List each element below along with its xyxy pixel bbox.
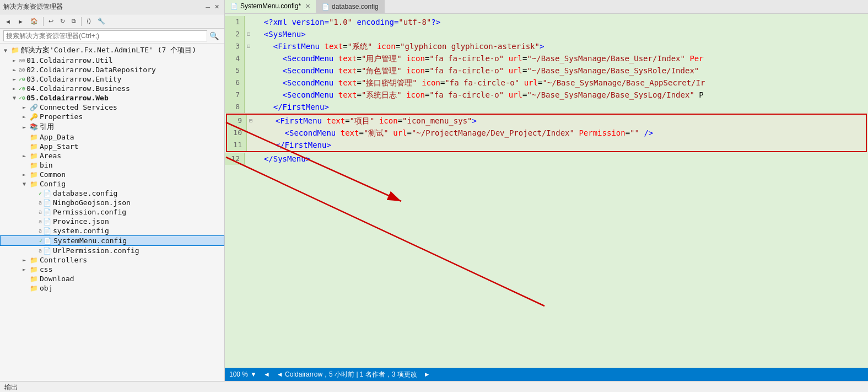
sidebar-header: 解决方案资源管理器 ─ ✕	[0, 0, 224, 14]
tree-item-urlpermission[interactable]: a 📄 UrlPermission.config	[0, 246, 224, 255]
tree-item-appstart[interactable]: 📁 App_Start	[0, 142, 224, 151]
tree-item-connected-services[interactable]: ► 🔗 Connected Services	[0, 103, 224, 112]
zoom-dropdown-icon[interactable]: ▼	[250, 370, 257, 378]
undo-btn[interactable]: ↩	[46, 16, 56, 26]
expand-connected[interactable]: ►	[20, 104, 29, 110]
expand-proj5[interactable]: ▼	[10, 95, 19, 101]
expand-areas[interactable]: ►	[20, 153, 29, 159]
tree-item-database-config[interactable]: ✓ 📄 database.config	[0, 189, 224, 198]
tree-item-systemmenu-config[interactable]: ✓ 📄 SystemMenu.config	[0, 235, 224, 246]
search-bar: 🔍	[0, 29, 224, 44]
separator1	[43, 17, 44, 26]
urlpermission-icon: 📄	[42, 247, 52, 255]
tree-item-config[interactable]: ▼ 📁 Config	[0, 179, 224, 189]
line-collapse-9[interactable]: ⊟	[247, 115, 255, 127]
line-num-12: 12	[225, 153, 245, 165]
tab-systemmenu-close[interactable]: ✕	[305, 3, 310, 10]
line-content-4: <SecondMenu text="用户管理" icon="fa fa-circ…	[252, 52, 868, 65]
tree-item-references[interactable]: ► 📚 引用	[0, 121, 224, 132]
zoom-control[interactable]: 100 % ▼	[229, 370, 257, 378]
tree-item-common[interactable]: ► 📁 Common	[0, 170, 224, 179]
scroll-right[interactable]: ►	[424, 370, 430, 378]
tree-item-proj4[interactable]: ► ✓⚙ 04.Coldairarrow.Business	[0, 84, 224, 93]
tree-item-css[interactable]: ► 📁 css	[0, 265, 224, 274]
sidebar-toolbar: ◄ ► 🏠 ↩ ↻ ⧉ ⟨⟩ 🔧	[0, 14, 224, 29]
solution-icon: 📁	[10, 46, 20, 54]
tree-item-system-config[interactable]: a 📄 system.config	[0, 226, 224, 235]
properties-btn[interactable]: 🏠	[28, 16, 41, 26]
status-bar: 100 % ▼ ◄ ◄ Coldairarrow，5 小时前 | 1 名作者，3…	[225, 368, 868, 381]
province-icon: 📄	[42, 218, 52, 225]
search-button[interactable]: 🔍	[207, 30, 221, 41]
expand-references[interactable]: ►	[20, 124, 29, 130]
tree-item-proj2[interactable]: ► a⚙ 02.Coldairarrow.DataRepository	[0, 65, 224, 74]
tab-database-label: database.config	[332, 3, 379, 10]
tree-item-obj[interactable]: 📁 obj	[0, 283, 224, 293]
code-line-11: 11 </FirstMenu>	[227, 139, 866, 151]
tree-item-appdata[interactable]: 📁 App_Data	[0, 132, 224, 142]
tab-bar: 📄 SystemMenu.config* ✕ 📄 database.config	[225, 0, 868, 14]
tree-item-areas[interactable]: ► 📁 Areas	[0, 151, 224, 160]
separator2	[81, 17, 82, 26]
search-input[interactable]	[3, 30, 207, 41]
expand-controllers[interactable]: ►	[20, 257, 29, 263]
forward-btn[interactable]: ►	[15, 17, 26, 26]
line-num-4: 4	[225, 52, 245, 65]
expand-css[interactable]: ►	[20, 266, 29, 272]
expand-proj3[interactable]: ►	[10, 76, 19, 82]
sidebar-icon-group: ─ ✕	[204, 3, 221, 11]
zoom-value: 100 %	[229, 370, 248, 378]
database-config-icon: 📄	[42, 190, 52, 197]
bin-label: bin	[39, 161, 52, 169]
pin-icon[interactable]: ─	[204, 3, 212, 11]
code-line-4: 4 <SecondMenu text="用户管理" icon="fa fa-ci…	[225, 52, 868, 65]
tab-database[interactable]: 📄 database.config	[316, 0, 385, 13]
expand-config[interactable]: ▼	[20, 181, 29, 187]
close-sidebar-icon[interactable]: ✕	[213, 3, 221, 11]
expand-proj1[interactable]: ►	[10, 57, 19, 63]
settings-btn[interactable]: 🔧	[95, 16, 108, 26]
line-num-11: 11	[227, 139, 247, 151]
tree-item-permission[interactable]: a 📄 Permission.config	[0, 207, 224, 217]
appstart-label: App_Start	[39, 142, 78, 151]
references-label: 引用	[39, 122, 54, 132]
expand-proj2[interactable]: ►	[10, 67, 19, 73]
tree-item-bin[interactable]: 📁 bin	[0, 160, 224, 170]
properties-label: Properties	[39, 112, 83, 121]
tree-item-proj3[interactable]: ► ✓⚙ 03.Coldairarrow.Entity	[0, 74, 224, 84]
tree-item-ningbo[interactable]: a 📄 NingboGeojson.json	[0, 198, 224, 207]
copy-btn[interactable]: ⧉	[69, 16, 79, 26]
line-collapse-2[interactable]: ⊟	[245, 28, 252, 40]
line-collapse-3[interactable]: ⊟	[245, 40, 252, 52]
tab-systemmenu[interactable]: 📄 SystemMenu.config* ✕	[225, 0, 316, 13]
proj3-label: 03.Coldairarrow.Entity	[25, 75, 121, 83]
back-btn[interactable]: ◄	[2, 17, 14, 26]
refresh-btn[interactable]: ↻	[57, 16, 68, 26]
scroll-left[interactable]: ◄	[263, 370, 270, 378]
areas-icon: 📁	[29, 152, 39, 160]
tree-item-solution[interactable]: ▼ 📁 解决方案'Colder.Fx.Net.AdminLTE' (7 个项目)	[0, 45, 224, 56]
appstart-icon: 📁	[29, 143, 39, 151]
expand-common[interactable]: ►	[20, 171, 29, 178]
tree-item-proj1[interactable]: ► a⚙ 01.Coldairarrow.Util	[0, 56, 224, 65]
code-btn[interactable]: ⟨⟩	[84, 16, 94, 26]
code-editor[interactable]: 1 <?xml version="1.0" encoding="utf-8"?>…	[225, 14, 868, 368]
css-label: css	[39, 265, 52, 273]
line-num-9: 9	[227, 115, 247, 127]
expand-solution[interactable]: ▼	[1, 47, 10, 53]
tree-item-properties[interactable]: ► 🔑 Properties	[0, 112, 224, 121]
proj5-label: 05.Coldairarrow.Web	[25, 94, 109, 102]
province-label: Province.json	[52, 217, 109, 225]
sidebar-title: 解决方案资源管理器	[3, 2, 63, 12]
tree-item-province[interactable]: a 📄 Province.json	[0, 217, 224, 226]
line-num-10: 10	[227, 127, 247, 139]
expand-properties[interactable]: ►	[20, 114, 29, 120]
tree-item-controllers[interactable]: ► 📁 Controllers	[0, 255, 224, 265]
obj-icon: 📁	[29, 284, 39, 292]
controllers-icon: 📁	[29, 256, 39, 264]
tree-item-download[interactable]: 📁 Download	[0, 274, 224, 283]
config-label: Config	[39, 180, 66, 188]
code-line-5: 5 <SecondMenu text="角色管理" icon="fa fa-ci…	[225, 65, 868, 77]
expand-proj4[interactable]: ►	[10, 85, 19, 92]
tree-item-proj5[interactable]: ▼ ✓⚙ 05.Coldairarrow.Web	[0, 93, 224, 103]
